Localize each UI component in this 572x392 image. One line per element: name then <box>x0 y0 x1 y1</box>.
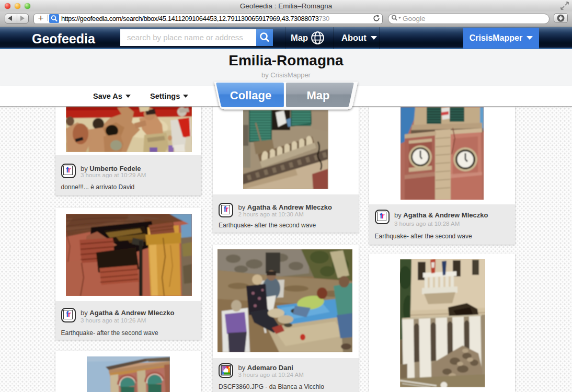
svg-text:Map: Map <box>307 89 330 102</box>
svg-text:Collage: Collage <box>230 89 271 102</box>
